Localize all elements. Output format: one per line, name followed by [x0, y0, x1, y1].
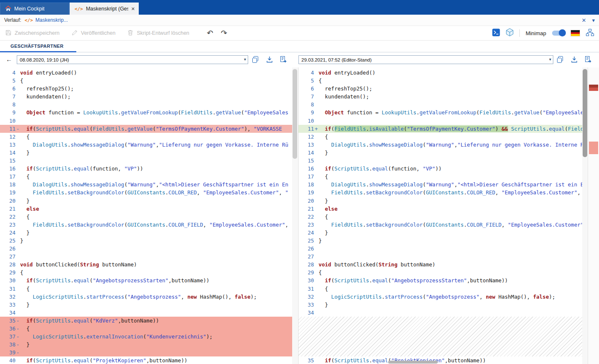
code-line-9[interactable]: 9 Object function = LookupUtils.getValue… [298, 108, 582, 116]
code-line-15[interactable]: 15 [0, 157, 292, 165]
horizontal-scrollbar[interactable] [298, 360, 582, 364]
copy-icon[interactable] [252, 56, 259, 63]
code-line-19[interactable]: 19 FieldUtils.setBackgroundColor(GUICons… [0, 188, 292, 196]
close-icon[interactable]: ✕ [582, 17, 586, 23]
code-line-23[interactable]: 23 FieldUtils.setBackgroundColor(GUICons… [0, 221, 292, 229]
code-line-37[interactable]: 37- LogicScriptUtils.externalInvocation(… [0, 333, 292, 341]
code-line-27[interactable]: 27 [0, 253, 292, 261]
code-line-15[interactable]: 15 [298, 157, 582, 165]
code-line-30[interactable]: 30 if(ScriptUtils.equal("Angebotsprozess… [0, 276, 292, 284]
console-icon[interactable] [492, 28, 500, 38]
code-line-12[interactable]: 12 { [298, 133, 582, 141]
code-line-7[interactable]: 7 kundendaten(); [298, 93, 582, 101]
code-line-13[interactable]: 13 DialogUtils.showMessageDialog("Warnun… [0, 141, 292, 149]
code-line-6[interactable]: 6 refreshTop25(); [0, 85, 292, 93]
code-editor-right[interactable]: 4void entryLoaded()5{6 refreshTop25();7 … [298, 67, 582, 364]
code-line-32[interactable]: 32 LogicScriptUtils.startProcess("Angebo… [0, 293, 292, 301]
code-line-22[interactable]: 22 { [298, 213, 582, 221]
tab-geschaeftspartner[interactable]: GESCHÄFTSPARTNER [0, 41, 76, 52]
left-version-select[interactable]: 08.08.2020, 19:10 (JH) ▾ [17, 55, 248, 64]
code-line-17[interactable]: 17 { [0, 173, 292, 181]
code-line-35[interactable]: 35- if(ScriptUtils.equal("KdVerz",button… [0, 317, 292, 325]
chevron-down-icon[interactable]: ▾ [592, 17, 595, 23]
code-line-14[interactable]: 14 } [298, 149, 582, 157]
tab-mein-cockpit[interactable]: Mein Cockpit [0, 3, 69, 15]
code-line-31[interactable]: 31 { [0, 285, 292, 293]
code-line-36[interactable]: 36- { [0, 325, 292, 333]
code-line-17[interactable]: 17 { [298, 173, 582, 181]
copy-icon[interactable] [556, 56, 564, 63]
code-line-33[interactable]: 33 } [0, 301, 292, 309]
export-icon[interactable] [584, 56, 592, 63]
code-line-27[interactable]: 27 [298, 253, 582, 261]
code-line-18[interactable]: 18 DialogUtils.showMessageDialog("Warnun… [298, 181, 582, 188]
code-line-5[interactable]: 5{ [298, 77, 582, 85]
code-line-40[interactable]: 40 if(ScriptUtils.equal("ProjektKopieren… [0, 356, 292, 364]
code-line-8[interactable]: 8 [0, 101, 292, 108]
code-editor-left[interactable]: 4void entryLoaded()5{6 refreshTop25();7 … [0, 67, 292, 364]
code-line-12[interactable]: 12 { [0, 133, 292, 141]
sitemap-icon[interactable] [586, 29, 594, 38]
save-draft-button[interactable]: Zwischenspeichern [5, 29, 60, 37]
right-version-select[interactable]: 29.03.2021, 07:52 (Editor-Stand) ▾ [298, 55, 553, 64]
close-tab-icon[interactable]: ✕ [131, 7, 135, 11]
code-line-39[interactable]: 39- [0, 349, 292, 356]
code-line-18[interactable]: 18 DialogUtils.showMessageDialog("Warnun… [0, 181, 292, 188]
download-icon[interactable] [266, 56, 273, 63]
code-line-25[interactable]: 25} [0, 237, 292, 245]
code-line-24[interactable]: 24 } [0, 229, 292, 237]
code-line-22[interactable]: 22 { [0, 213, 292, 221]
code-line-4[interactable]: 4void entryLoaded() [0, 69, 292, 77]
download-icon[interactable] [570, 56, 578, 63]
code-line-34[interactable]: 34 [0, 309, 292, 317]
undo-icon[interactable]: ↶ [207, 29, 213, 37]
code-line-26[interactable]: 26 [0, 245, 292, 253]
code-line-29[interactable]: 29{ [298, 268, 582, 276]
code-line-31[interactable]: 31 { [298, 285, 582, 293]
code-line-8[interactable]: 8 [298, 101, 582, 108]
code-line-16[interactable]: 16 if(ScriptUtils.equal(function, "VP")) [298, 165, 582, 173]
code-line-7[interactable]: 7 kundendaten(); [0, 93, 292, 101]
code-line-13[interactable]: 13 DialogUtils.showMessageDialog("Warnun… [298, 141, 582, 149]
code-line-5[interactable]: 5{ [0, 77, 292, 85]
german-flag-icon[interactable] [570, 30, 580, 36]
minimap-toggle[interactable] [552, 31, 565, 36]
code-line-10[interactable]: 10 [0, 117, 292, 125]
diff-overview-ruler[interactable] [588, 67, 599, 364]
code-line-25[interactable]: 25} [298, 237, 582, 245]
code-line-9[interactable]: 9 Object function = LookupUtils.getValue… [0, 108, 292, 116]
code-line-23[interactable]: 23 FieldUtils.setBackgroundColor(GUICons… [298, 221, 582, 229]
code-line-29[interactable]: 29{ [0, 268, 292, 276]
scrollbar-thumb[interactable] [388, 361, 438, 364]
code-line-6[interactable]: 6 refreshTop25(); [298, 85, 582, 93]
code-line-11[interactable]: 11- if(ScriptUtils.equal(FieldUtils.getV… [0, 125, 292, 133]
scrollbar-thumb[interactable] [583, 69, 587, 157]
code-line-34[interactable]: 34 [298, 309, 582, 317]
code-line-14[interactable]: 14 } [0, 149, 292, 157]
code-line-19[interactable]: 19 FieldUtils.setBackgroundColor(GUICons… [298, 188, 582, 196]
code-line-11[interactable]: 11+ if(FieldUtils.isAvailable("TermsOfPa… [298, 125, 582, 133]
code-line-10[interactable]: 10 [298, 117, 582, 125]
code-line-24[interactable]: 24 } [298, 229, 582, 237]
tab-maskenskript[interactable]: </> Maskenskript (Gesc... ✕ [70, 3, 139, 15]
code-line-32[interactable]: 32 LogicScriptUtils.startProcess("Angebo… [298, 293, 582, 301]
code-line-28[interactable]: 28void buttonClicked(String buttonName) [0, 261, 292, 268]
delete-draft-button[interactable]: Skript-Entwurf löschen [127, 29, 189, 37]
back-arrow-icon[interactable]: ← [6, 56, 12, 63]
code-line-20[interactable]: 20 } [298, 197, 582, 205]
code-line-20[interactable]: 20 } [0, 197, 292, 205]
export-icon[interactable] [280, 56, 287, 63]
code-line-38[interactable]: 38- } [0, 341, 292, 349]
code-line-28[interactable]: 28void buttonClicked(String buttonName) [298, 261, 582, 268]
code-line-21[interactable]: 21 else [0, 205, 292, 213]
left-vertical-scrollbar[interactable] [292, 67, 298, 364]
redo-icon[interactable]: ↷ [221, 29, 227, 37]
code-line-33[interactable]: 33 } [298, 301, 582, 309]
publish-button[interactable]: Veröffentlichen [71, 29, 115, 37]
right-vertical-scrollbar[interactable] [582, 67, 588, 364]
code-line-30[interactable]: 30 if(ScriptUtils.equal("Angebotsprozess… [298, 276, 582, 284]
code-line-26[interactable]: 26 [298, 245, 582, 253]
verlauf-item-link[interactable]: Maskenskrip... [36, 17, 68, 23]
code-line-16[interactable]: 16 if(ScriptUtils.equal(function, "VP")) [0, 165, 292, 173]
cube-icon[interactable] [506, 28, 513, 38]
